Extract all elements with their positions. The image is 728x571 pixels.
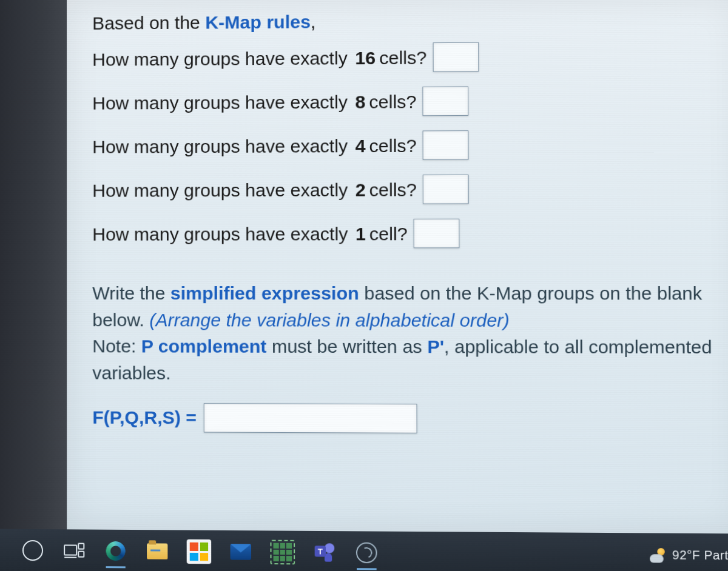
q-number: 2	[356, 178, 366, 201]
q-text: How many groups have exactly	[92, 222, 348, 246]
weather-icon	[650, 547, 666, 563]
file-explorer-button[interactable]	[145, 539, 169, 564]
answer-input-4[interactable]	[423, 130, 469, 160]
q-text: How many groups have exactly	[92, 90, 348, 115]
question-2-cells: How many groups have exactly 2 cells?	[92, 174, 723, 205]
quiz-content: Based on the K-Map rules, How many group…	[67, 0, 728, 533]
function-label: F(P,Q,R,S) =	[92, 407, 197, 429]
intro-line: Based on the K-Map rules,	[92, 8, 721, 33]
note-pre: Note:	[92, 336, 141, 356]
app-button[interactable]	[354, 541, 379, 566]
edge-icon	[106, 541, 126, 561]
instr-pre: Write the	[92, 283, 170, 303]
q-suffix: cells?	[369, 133, 416, 158]
edge-browser-button[interactable]	[104, 539, 128, 564]
grid-icon	[270, 540, 295, 565]
circle-icon	[356, 543, 377, 564]
expression-input[interactable]	[204, 403, 417, 433]
answer-input-1[interactable]	[414, 219, 460, 249]
q-number: 1	[356, 222, 366, 245]
svg-rect-2	[78, 552, 84, 557]
p-prime-label: P'	[427, 336, 444, 356]
mail-icon	[231, 544, 252, 559]
answer-input-16[interactable]	[433, 42, 479, 72]
folder-icon	[147, 543, 167, 559]
taskbar-weather[interactable]: 92°F Partl	[650, 547, 728, 563]
q-suffix: cells?	[369, 89, 416, 113]
task-view-icon	[64, 542, 84, 559]
windows-taskbar: T 92°F Partl	[0, 529, 728, 571]
calculator-button[interactable]	[270, 540, 295, 565]
start-button[interactable]	[21, 538, 45, 563]
store-icon	[187, 539, 212, 564]
intro-prefix: Based on the	[92, 12, 205, 33]
p-complement-label: P complement	[141, 336, 267, 356]
arrange-note: (Arrange the variables in alphabetical o…	[149, 310, 510, 330]
microsoft-store-button[interactable]	[187, 539, 212, 564]
note-mid: must be written as	[266, 336, 427, 357]
q-number: 4	[355, 133, 365, 157]
teams-button[interactable]: T	[312, 540, 337, 565]
intro-suffix: ,	[311, 12, 316, 32]
q-text: How many groups have exactly	[92, 178, 348, 202]
question-1-cell: How many groups have exactly 1 cell?	[92, 218, 723, 249]
q-number: 16	[355, 45, 376, 69]
start-icon	[22, 540, 43, 561]
question-16-cells: How many groups have exactly 16 cells?	[92, 41, 722, 73]
q-text: How many groups have exactly	[92, 46, 348, 72]
question-4-cells: How many groups have exactly 4 cells?	[92, 129, 722, 161]
svg-rect-1	[78, 544, 84, 549]
task-view-button[interactable]	[62, 538, 86, 563]
q-suffix: cells?	[379, 45, 426, 70]
answer-input-2[interactable]	[423, 175, 469, 204]
answer-input-8[interactable]	[423, 86, 469, 116]
q-text: How many groups have exactly	[92, 133, 348, 158]
expression-line: F(P,Q,R,S) =	[92, 403, 723, 435]
q-suffix: cells?	[369, 178, 417, 202]
q-suffix: cell?	[369, 221, 408, 245]
expression-instructions: Write the simplified expression based on…	[92, 280, 723, 387]
mail-button[interactable]	[229, 539, 254, 564]
simplified-expression-label: simplified expression	[170, 283, 359, 303]
question-8-cells: How many groups have exactly 8 cells?	[92, 85, 722, 117]
kmap-rules-label: K-Map rules	[205, 12, 311, 32]
teams-icon: T	[315, 543, 335, 562]
svg-rect-0	[64, 545, 76, 555]
q-number: 8	[355, 90, 365, 113]
weather-text: 92°F Partl	[672, 548, 728, 563]
